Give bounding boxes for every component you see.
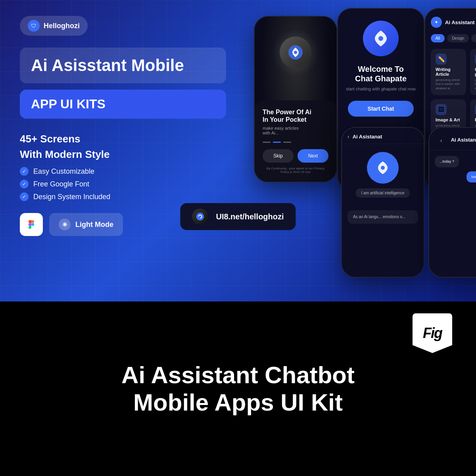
subtitle-text: APP UI KITS	[31, 97, 215, 111]
phone1-title: The Power Of AiIn Your Pocket	[263, 108, 328, 123]
fig-text: Fig	[423, 325, 442, 342]
ai-avatar-circle	[367, 152, 399, 184]
check-icon-3: ✓	[20, 192, 29, 201]
phone3-avatar: ✦	[431, 17, 442, 28]
phone4-body: I am artificial intelligence	[342, 144, 424, 205]
writing-icon: ✏️	[436, 54, 447, 65]
phone5-inner: ‹ Ai Asistanat ...today ? how to learn f…	[429, 128, 476, 277]
watermark-banner: UI8.net/helloghozi	[180, 203, 296, 230]
phone1-terms: By Continuing , your agree to our Privac…	[263, 167, 328, 174]
card-writing-desc: generating article text is easier with a…	[436, 78, 461, 90]
svg-point-4	[196, 213, 204, 221]
skip-button[interactable]: Skip	[263, 149, 294, 163]
phone1-logo	[280, 36, 311, 68]
check-item-3: ✓ Design System Included	[20, 192, 226, 201]
brand-badge: 🛡 Helloghozi	[20, 16, 88, 36]
svg-point-3	[381, 166, 385, 170]
title-box: Ai Asisstant Mobile	[20, 48, 226, 83]
phone-onboarding: The Power Of AiIn Your Pocket make easy …	[254, 16, 337, 182]
footer-title-line1: Ai Assistant Chatbot	[121, 362, 355, 388]
sun-icon: ☀	[59, 219, 71, 230]
card-image-title: Image & Art	[436, 117, 461, 122]
user-message-1: how to learn fast ?	[466, 171, 476, 183]
dot-2	[273, 142, 281, 143]
phone-chat-convo: ‹ Ai Asistanat ...today ? how to learn f…	[428, 127, 476, 278]
brand-icon: 🛡	[28, 20, 40, 32]
check-icon-1: ✓	[20, 167, 29, 176]
footer-title: Ai Assistant Chatbot Mobile Apps UI Kit	[121, 361, 355, 416]
figma-badge: Fig	[413, 313, 452, 353]
dot-3	[283, 142, 291, 143]
features-section: 45+ Screens With Modern Style ✓ Easy Cus…	[20, 133, 226, 201]
feature-line-2: With Modern Style	[20, 148, 226, 161]
ai-message-1: ...today ?	[435, 156, 459, 167]
phone5-header: ‹ Ai Asistanat	[429, 128, 476, 150]
phone1-subtitle: make easy articleswith Ai...	[263, 126, 328, 135]
dot-1	[263, 142, 271, 143]
phone5-back-button[interactable]: ‹	[435, 133, 448, 146]
tab-creative[interactable]: Creative	[471, 34, 476, 42]
phone3-header-title: Ai Assistant	[445, 19, 475, 25]
phone4-inner: ‹ Ai Asistanat I am artificial intellige…	[342, 128, 424, 277]
subtitle-box: APP UI KITS	[20, 90, 226, 119]
watermark-url: UI8.net/helloghozi	[216, 212, 284, 221]
phone4-title: Ai Asistanat	[353, 134, 382, 140]
phone4-header: ‹ Ai Asistanat	[342, 128, 424, 144]
phone1-dots	[263, 142, 328, 143]
tab-all[interactable]: All	[431, 34, 445, 42]
phone2-logo	[363, 21, 399, 56]
card-writing-title: Writing Article	[436, 67, 461, 77]
phone4-chat-bubble: As an Ai langu... emotions o...	[347, 210, 418, 224]
bottom-section: Fig Ai Assistant Chatbot Mobile Apps UI …	[0, 301, 476, 476]
top-section: 🛡 Helloghozi Ai Asisstant Mobile APP UI …	[0, 0, 476, 301]
phone3-header: ✦ Ai Assistant	[431, 17, 476, 28]
ai-label: I am artificial intelligence	[356, 188, 410, 198]
phone5-title: Ai Asistanat	[451, 137, 476, 143]
start-chat-button[interactable]: Start Chat	[348, 101, 414, 117]
next-button[interactable]: Next	[298, 149, 328, 163]
image-icon: 🖼	[436, 104, 447, 115]
feature-line-1: 45+ Screens	[20, 133, 226, 145]
phone-ai-chat: ‹ Ai Asistanat I am artificial intellige…	[341, 127, 424, 278]
svg-point-2	[378, 36, 383, 41]
check-item-2: ✓ Free Google Font	[20, 180, 226, 188]
right-panel: The Power Of AiIn Your Pocket make easy …	[246, 0, 476, 301]
check-label-1: Easy Customizable	[33, 167, 94, 176]
watermark-logo	[192, 209, 208, 225]
tab-design[interactable]: Design	[447, 34, 469, 42]
phone1-buttons: Skip Next	[263, 149, 328, 163]
check-label-3: Design System Included	[33, 193, 110, 201]
brand-name: Helloghozi	[44, 22, 80, 30]
figma-button[interactable]	[20, 213, 43, 236]
footer-title-line2: Mobile Apps UI Kit	[133, 389, 343, 416]
back-button[interactable]: ‹	[347, 133, 349, 140]
main-title: Ai Asisstant Mobile	[31, 56, 215, 75]
card-writing: ✏️ Writing Article generating article te…	[431, 49, 466, 95]
light-mode-button[interactable]: ☀ Light Mode	[49, 213, 123, 236]
left-panel: 🛡 Helloghozi Ai Asisstant Mobile APP UI …	[0, 0, 246, 301]
check-icon-2: ✓	[20, 180, 29, 188]
check-item-1: ✓ Easy Customizable	[20, 167, 226, 176]
phone2-desc: start chatting with ghapate chat now	[338, 86, 424, 91]
svg-point-1	[294, 51, 297, 54]
phone1-content: The Power Of AiIn Your Pocket make easy …	[255, 100, 336, 182]
card-quote: ❝ Quote & poetry generating article text…	[470, 49, 476, 95]
checklist: ✓ Easy Customizable ✓ Free Google Font ✓…	[20, 167, 226, 201]
phone1-inner: The Power Of AiIn Your Pocket make easy …	[255, 17, 336, 182]
check-label-2: Free Google Font	[33, 180, 89, 188]
phone2-welcome: Welcome ToChat Ghapate	[355, 64, 407, 83]
light-mode-label: Light Mode	[75, 221, 113, 229]
chat-messages: ...today ? how to learn fast ?	[429, 150, 476, 188]
phone3-tabs: All Design Creative	[431, 34, 476, 42]
